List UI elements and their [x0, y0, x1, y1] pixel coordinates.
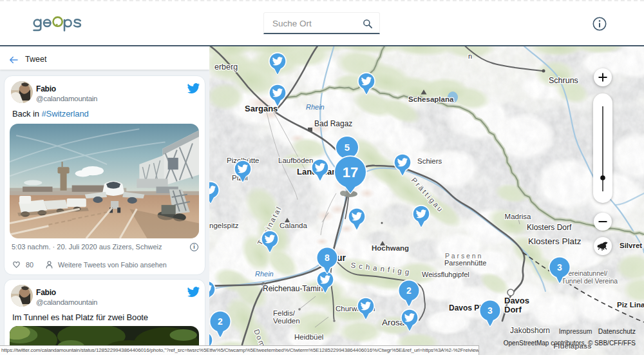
svg-text:Hochwang: Hochwang: [372, 244, 409, 252]
svg-text:3: 3: [488, 305, 493, 316]
svg-text:Heidbüel: Heidbüel: [294, 333, 323, 341]
svg-text:Feldis/: Feldis/: [273, 309, 296, 317]
svg-text:Klosters Platz: Klosters Platz: [528, 236, 582, 246]
svg-text:n: n: [468, 52, 472, 60]
svg-text:3: 3: [557, 262, 562, 273]
svg-text:Piz Linar: Piz Linar: [617, 301, 644, 309]
svg-text:Sargans: Sargans: [245, 104, 278, 113]
svg-text:Reichenau-Tamins: Reichenau-Tamins: [263, 284, 327, 293]
svg-text:ngelspitz: ngelspitz: [209, 222, 239, 229]
svg-text:2: 2: [218, 316, 223, 327]
svg-text:17: 17: [343, 164, 358, 180]
svg-text:Calanda: Calanda: [279, 222, 307, 229]
svg-text:Rhein: Rhein: [306, 103, 325, 111]
svg-text:Silvret: Silvret: [620, 242, 642, 249]
svg-text:Schruns: Schruns: [549, 76, 578, 85]
svg-text:Weissfluhgipfel: Weissfluhgipfel: [422, 271, 469, 278]
svg-text:Laufböden: Laufböden: [278, 157, 313, 164]
svg-text:Rhein: Rhein: [255, 270, 274, 278]
svg-text:8: 8: [325, 253, 330, 263]
svg-text:Bad Ragaz: Bad Ragaz: [314, 119, 352, 128]
svg-text:Klosters Dorf: Klosters Dorf: [527, 223, 572, 232]
svg-text:Schiers: Schiers: [417, 157, 442, 165]
svg-text:Parsennhütte: Parsennhütte: [444, 259, 486, 267]
svg-text:Tunnel del Vereina: Tunnel del Vereina: [562, 277, 618, 285]
svg-text:Madrisa: Madrisa: [505, 213, 532, 220]
svg-text:Davos Pl: Davos Pl: [449, 303, 482, 312]
svg-text:Dorf: Dorf: [504, 305, 522, 314]
svg-text:erberg: erberg: [214, 62, 238, 72]
svg-text:Davos: Davos: [504, 296, 529, 305]
svg-text:Jakobshorn: Jakobshorn: [510, 326, 550, 335]
svg-text:Vereinatunnel/: Vereinatunnel/: [564, 269, 607, 277]
svg-text:Schesaplana: Schesaplana: [408, 95, 454, 103]
svg-text:2: 2: [406, 285, 412, 296]
svg-text:Veulden: Veulden: [273, 317, 300, 325]
svg-text:5: 5: [345, 142, 350, 153]
